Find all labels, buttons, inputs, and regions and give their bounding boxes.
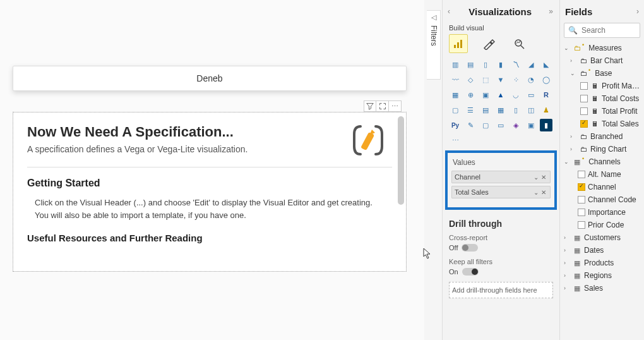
tree-ring-chart[interactable]: › 🗀 Ring Chart — [563, 143, 641, 155]
stacked-bar-icon[interactable]: ▥ — [449, 58, 462, 71]
format-visual-tab[interactable] — [479, 34, 498, 53]
chevron-down-icon[interactable]: ⌄ — [532, 189, 540, 196]
tree-measures[interactable]: ⌄ 🗀• Measures — [563, 42, 641, 54]
power-automate-icon[interactable]: ▣ — [525, 119, 537, 131]
tree-field-alt-name[interactable]: Alt. Name — [563, 168, 641, 181]
filters-pane-collapsed[interactable]: ◁ Filters — [427, 10, 441, 80]
checkbox[interactable] — [578, 171, 585, 178]
expand-icon[interactable]: » — [549, 7, 553, 16]
search-input[interactable] — [581, 26, 636, 35]
tree-field-prior-code[interactable]: Prior Code — [563, 219, 641, 231]
scatter-icon[interactable]: ⁘ — [510, 73, 522, 86]
tree-field-importance[interactable]: Importance — [563, 206, 641, 219]
field-pill-channel[interactable]: Channel ⌄ ✕ — [451, 171, 551, 183]
visualization-gallery: ▥ ▤ ▯ ▮ 〽 ◢ ◣ 〰 ◇ ⬚ ▼ ⁘ ◔ ◯ ▦ ⊕ ▣ ▲ ◡ ▭ … — [449, 58, 553, 147]
remove-field-icon[interactable]: ✕ — [540, 174, 547, 181]
narrative-icon[interactable]: ▢ — [479, 119, 492, 131]
focus-mode-icon[interactable] — [376, 100, 389, 112]
clustered-bar-icon[interactable]: ▤ — [464, 58, 477, 71]
line-chart-icon[interactable]: 〽 — [510, 58, 522, 71]
tree-field-profit-margin[interactable]: 🖩 Profit Margin — [563, 80, 641, 92]
chevron-right-icon: › — [570, 133, 576, 140]
field-pill-label: Total Sales — [455, 188, 532, 196]
treemap-icon[interactable]: ▦ — [449, 88, 462, 101]
azure-map-icon[interactable]: ▲ — [494, 88, 507, 101]
stacked-column-icon[interactable]: ▯ — [479, 58, 492, 71]
filter-icon[interactable] — [364, 100, 376, 112]
python-visual-icon[interactable]: Py — [449, 119, 462, 131]
visualizations-title: Visualizations — [468, 6, 532, 17]
fields-tree: ⌄ 🗀• Measures › 🗀 Bar Chart ⌄ 🗀• Base 🖩 … — [560, 42, 644, 294]
collapse-right-icon[interactable]: › — [636, 7, 639, 16]
tree-label: Products — [584, 258, 641, 267]
cross-report-toggle[interactable] — [462, 244, 478, 252]
checkbox[interactable] — [580, 107, 588, 115]
paginated-icon[interactable]: ▭ — [494, 119, 507, 131]
checkbox[interactable] — [578, 209, 585, 216]
deneb-visual[interactable]: Now We Need A Specification... A specifi… — [13, 112, 407, 272]
drill-through-dropzone[interactable]: Add drill-through fields here — [449, 282, 553, 298]
qa-icon[interactable]: ✎ — [464, 119, 477, 131]
tree-label: Alt. Name — [588, 170, 641, 179]
r-visual-icon[interactable]: R — [540, 88, 552, 101]
checkbox[interactable] — [578, 196, 585, 203]
chevron-down-icon[interactable]: ⌄ — [532, 174, 540, 181]
tree-field-channel[interactable]: Channel — [563, 181, 641, 193]
card-icon[interactable]: ▭ — [525, 88, 537, 101]
scrollbar-thumb[interactable] — [398, 116, 404, 205]
matrix-icon[interactable]: ▦ — [494, 104, 507, 116]
funnel-icon[interactable]: ▼ — [494, 73, 507, 86]
checkbox[interactable] — [580, 120, 588, 128]
decomposition-icon[interactable]: ◫ — [525, 104, 537, 116]
table-icon[interactable]: ▤ — [479, 104, 492, 116]
multi-row-card-icon[interactable]: ▯ — [510, 104, 522, 116]
tree-bar-chart[interactable]: › 🗀 Bar Chart — [563, 54, 641, 67]
tree-products[interactable]: › ▦ Products — [563, 257, 641, 269]
remove-field-icon[interactable]: ✕ — [540, 189, 547, 196]
analytics-tab[interactable] — [510, 34, 528, 53]
ribbon-icon[interactable]: ◇ — [464, 73, 477, 86]
tree-dates[interactable]: › ▦ Dates — [563, 244, 641, 257]
waterfall-icon[interactable]: ⬚ — [479, 73, 492, 86]
tree-branched[interactable]: › 🗀 Branched — [563, 130, 641, 143]
tree-regions[interactable]: › ▦ Regions — [563, 269, 641, 282]
tree-customers[interactable]: › ▦ Customers — [563, 231, 641, 244]
line-column-icon[interactable]: 〰 — [449, 73, 462, 86]
get-more-visuals-icon[interactable]: ⋯ — [449, 134, 462, 147]
tree-field-total-profit[interactable]: 🖩 Total Profit — [563, 105, 641, 118]
measure-icon: 🖩 — [590, 107, 599, 115]
kpi-icon[interactable]: ▢ — [449, 104, 462, 116]
svg-line-6 — [521, 46, 524, 49]
chevron-down-icon: ⌄ — [564, 45, 570, 51]
tree-base[interactable]: ⌄ 🗀• Base — [563, 67, 641, 80]
filled-map-icon[interactable]: ▣ — [479, 88, 492, 101]
map-icon[interactable]: ⊕ — [464, 88, 477, 101]
checkbox[interactable] — [578, 221, 585, 229]
stacked-area-icon[interactable]: ◣ — [540, 58, 552, 71]
field-pill-total-sales[interactable]: Total Sales ⌄ ✕ — [451, 186, 551, 198]
donut-icon[interactable]: ◯ — [540, 73, 552, 86]
report-canvas[interactable]: Deneb ⋯ Now We Need A Specification... A… — [0, 0, 424, 340]
key-influencers-icon[interactable]: ♟ — [540, 104, 552, 116]
deneb-custom-visual-icon[interactable]: ▮ — [540, 119, 552, 131]
fields-search[interactable]: 🔍 — [564, 23, 640, 38]
clustered-column-icon[interactable]: ▮ — [494, 58, 507, 71]
gauge-icon[interactable]: ◡ — [510, 88, 522, 101]
keep-filters-toggle[interactable] — [462, 268, 479, 276]
tree-field-channel-code[interactable]: Channel Code — [563, 193, 641, 206]
build-visual-tab[interactable] — [449, 34, 468, 53]
folder-icon: 🗀 — [579, 145, 588, 153]
tree-channels[interactable]: ⌄ ▦• Channels — [563, 155, 641, 168]
tree-field-total-costs[interactable]: 🖩 Total Costs — [563, 92, 641, 105]
tree-sales[interactable]: › ▦ Sales — [563, 282, 641, 294]
slicer-icon[interactable]: ☰ — [464, 104, 477, 116]
tree-field-total-sales[interactable]: 🖩 Total Sales — [563, 118, 641, 130]
checkbox[interactable] — [580, 82, 588, 90]
more-options-icon[interactable]: ⋯ — [389, 100, 402, 112]
power-apps-icon[interactable]: ◈ — [510, 119, 522, 131]
checkbox[interactable] — [578, 183, 585, 191]
pie-icon[interactable]: ◔ — [525, 73, 537, 86]
checkbox[interactable] — [580, 95, 588, 102]
collapse-left-icon[interactable]: ‹ — [448, 7, 450, 16]
area-chart-icon[interactable]: ◢ — [525, 58, 537, 71]
